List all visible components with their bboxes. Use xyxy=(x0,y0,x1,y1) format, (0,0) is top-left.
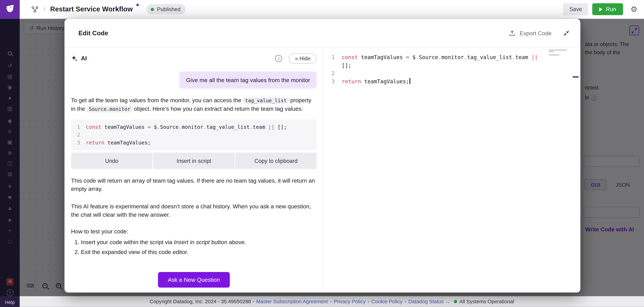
line-number: 3 xyxy=(71,139,86,147)
line-number: 1 xyxy=(324,53,342,61)
info-icon[interactable]: i xyxy=(275,55,282,62)
footer-link[interactable]: Datadog Status → xyxy=(408,299,450,305)
how-to-test-title: How to test your code: xyxy=(71,228,317,235)
line-number: 3 xyxy=(324,77,342,85)
line-number: 2 xyxy=(71,131,86,139)
save-button[interactable]: Save xyxy=(563,3,588,15)
code-line: 1const teamTagValues = $.Source.monitor.… xyxy=(324,53,580,61)
top-bar: / Restart Service Workflow Published Sav… xyxy=(0,0,644,19)
code-line: 2 xyxy=(324,69,580,77)
footer-link[interactable]: Cookie Policy xyxy=(371,299,402,305)
export-icon xyxy=(509,30,516,36)
line-number: 2 xyxy=(324,69,342,77)
datadog-dog-icon xyxy=(4,4,15,15)
page-title: Restart Service Workflow xyxy=(50,5,133,13)
run-button[interactable]: Run xyxy=(592,3,623,15)
published-badge: Published xyxy=(147,4,186,14)
how-to-step: Insert your code within the script via I… xyxy=(81,238,316,247)
ai-panel-scroll-area[interactable]: AI i « Hide Give me all the team tag val… xyxy=(71,52,317,273)
line-number xyxy=(324,61,342,69)
status-green-dot xyxy=(454,300,457,303)
ai-code-actions: Undo Insert in script Copy to clipboard xyxy=(71,153,317,169)
undo-button[interactable]: Undo xyxy=(71,153,152,169)
export-code-button[interactable] xyxy=(509,30,516,36)
inline-code-chip: tag_value_list xyxy=(243,97,289,104)
help-label: Help xyxy=(5,300,15,305)
editor-lines[interactable]: 1const teamTagValues = $.Source.monitor.… xyxy=(324,53,580,85)
user-question-bubble: Give me all the team tag values from the… xyxy=(180,71,317,89)
code-line: 1const teamTagValues = $.Source.monitor.… xyxy=(71,123,317,131)
code-line: 3return teamTagValues; xyxy=(71,139,317,147)
workflow-icon xyxy=(31,6,38,13)
breadcrumb-separator: / xyxy=(44,6,45,13)
breadcrumb: Restart Service Workflow xyxy=(50,5,133,13)
ai-explanation: This code will return an array of team t… xyxy=(71,177,317,193)
ai-assistant-panel: AI i « Hide Give me all the team tag val… xyxy=(64,47,324,293)
text-cursor xyxy=(410,78,410,84)
ai-sparkle-icon xyxy=(71,55,78,62)
modal-title: Edit Code xyxy=(78,29,108,37)
ask-new-question-button[interactable]: Ask a New Question xyxy=(158,272,230,288)
code-line: 2 xyxy=(71,131,317,139)
editor-minimap[interactable] xyxy=(549,49,568,56)
settings-gear-icon[interactable]: ⚙ xyxy=(630,4,637,14)
inline-code-chip: Source.monitor xyxy=(87,106,132,112)
footer-links: Master Subscription Agreement-Privacy Po… xyxy=(256,299,450,305)
editor-scroll-indicator xyxy=(572,76,579,77)
code-line: 3return teamTagValues; xyxy=(324,77,580,85)
footer-separator: - xyxy=(404,299,406,305)
copy-to-clipboard-button[interactable]: Copy to clipboard xyxy=(235,153,317,169)
status-text: All Systems Operational xyxy=(459,299,514,305)
datadog-logo[interactable] xyxy=(0,0,20,19)
ai-disclaimer: This AI feature is experimental and does… xyxy=(71,202,317,219)
footer: Copyright Datadog, Inc. 2024 - 35.495502… xyxy=(20,296,644,307)
collapse-icon xyxy=(563,30,570,36)
code-line: []; xyxy=(324,61,580,69)
collapse-editor-button[interactable] xyxy=(563,30,570,36)
footer-copyright: Copyright Datadog, Inc. 2024 - 35.495502… xyxy=(150,299,254,305)
run-button-label: Run xyxy=(606,6,616,12)
hide-ai-panel-button[interactable]: « Hide xyxy=(289,53,317,63)
ai-code-suggestion-block: 1const teamTagValues = $.Source.monitor.… xyxy=(71,119,317,150)
footer-separator: - xyxy=(368,299,369,305)
edit-code-modal: Edit Code Export Code xyxy=(64,19,580,293)
published-badge-label: Published xyxy=(157,6,180,12)
how-to-steps: Insert your code within the script via I… xyxy=(71,238,317,258)
modal-header: Edit Code Export Code xyxy=(64,19,580,48)
ai-answer-intro: To get all the team tag values from the … xyxy=(71,96,317,113)
published-status-dot xyxy=(151,8,154,11)
export-code-label: Export Code xyxy=(520,30,552,36)
how-to-step: Exit the expanded view of this code edit… xyxy=(81,248,316,256)
footer-link[interactable]: Privacy Policy xyxy=(334,299,366,305)
footer-link[interactable]: Master Subscription Agreement xyxy=(256,299,328,305)
code-editor[interactable]: 1const teamTagValues = $.Source.monitor.… xyxy=(324,47,580,293)
footer-separator: - xyxy=(330,299,332,305)
insert-in-script-button[interactable]: Insert in script xyxy=(153,153,234,169)
line-number: 1 xyxy=(71,123,86,131)
unsaved-changes-dot xyxy=(136,4,139,6)
ai-panel-title: AI xyxy=(81,55,87,62)
play-icon xyxy=(599,7,602,11)
app-root: / Restart Service Workflow Published Sav… xyxy=(0,0,644,307)
